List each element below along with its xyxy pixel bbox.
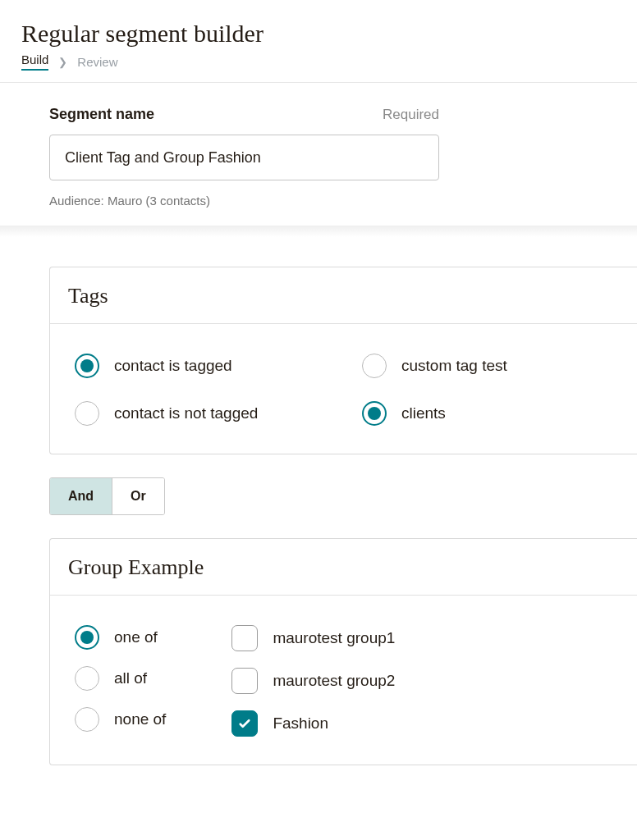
breadcrumb-review[interactable]: Review xyxy=(77,55,117,69)
radio-all-of[interactable]: all of xyxy=(75,666,166,691)
breadcrumb-build[interactable]: Build xyxy=(21,52,48,71)
audience-line: Audience: Mauro (3 contacts) xyxy=(49,194,588,208)
logic-toggle: And Or xyxy=(49,477,165,515)
checkbox-icon xyxy=(231,668,258,694)
radio-icon xyxy=(75,401,99,426)
radio-label: contact is not tagged xyxy=(114,404,258,422)
radio-label: one of xyxy=(114,628,158,646)
radio-label: contact is tagged xyxy=(114,357,232,375)
checkbox-label: maurotest group1 xyxy=(273,629,395,647)
chevron-right-icon: ❯ xyxy=(58,56,67,68)
tags-panel-title: Tags xyxy=(68,284,108,308)
radio-icon xyxy=(75,666,99,691)
radio-icon xyxy=(362,401,387,426)
radio-none-of[interactable]: none of xyxy=(75,707,166,732)
radio-label: all of xyxy=(114,669,147,687)
radio-label: none of xyxy=(114,710,166,728)
page-title: Regular segment builder xyxy=(21,20,616,48)
required-label: Required xyxy=(383,107,439,123)
segment-name-input[interactable] xyxy=(49,135,439,180)
radio-icon xyxy=(75,354,99,378)
radio-clients[interactable]: clients xyxy=(362,401,608,426)
logic-and-button[interactable]: And xyxy=(50,478,112,514)
tags-panel: Tags contact is tagged custom tag test c… xyxy=(49,267,637,454)
radio-custom-tag-test[interactable]: custom tag test xyxy=(362,354,608,378)
radio-label: clients xyxy=(401,404,446,422)
breadcrumb: Build ❯ Review xyxy=(21,52,616,71)
radio-contact-is-not-tagged[interactable]: contact is not tagged xyxy=(75,401,362,426)
group-panel-title: Group Example xyxy=(68,555,204,579)
radio-icon xyxy=(75,707,99,732)
segment-name-label: Segment name xyxy=(49,106,154,123)
checkbox-icon xyxy=(231,710,258,737)
checkbox-icon xyxy=(231,625,258,651)
radio-label: custom tag test xyxy=(401,357,507,375)
radio-icon xyxy=(75,625,99,650)
check-icon xyxy=(237,716,252,731)
group-panel: Group Example one of all of none of xyxy=(49,538,637,765)
radio-icon xyxy=(362,354,387,378)
shadow-divider xyxy=(0,226,637,237)
checkbox-maurotest-group1[interactable]: maurotest group1 xyxy=(231,625,395,651)
checkbox-maurotest-group2[interactable]: maurotest group2 xyxy=(231,668,395,694)
radio-one-of[interactable]: one of xyxy=(75,625,166,650)
checkbox-label: maurotest group2 xyxy=(273,672,395,690)
checkbox-fashion[interactable]: Fashion xyxy=(231,710,395,737)
logic-or-button[interactable]: Or xyxy=(112,478,164,514)
radio-contact-is-tagged[interactable]: contact is tagged xyxy=(75,354,362,378)
checkbox-label: Fashion xyxy=(273,714,328,733)
